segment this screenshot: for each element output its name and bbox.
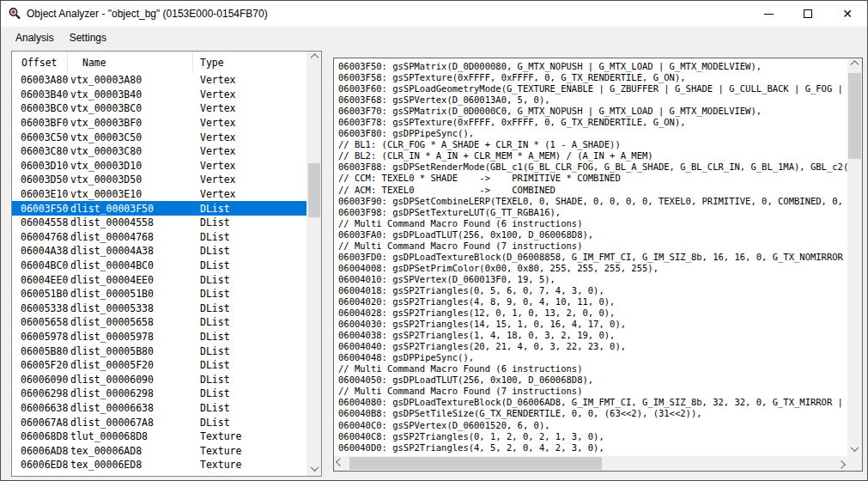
- table-cell: 06004EE0: [12, 274, 68, 286]
- scroll-up-button[interactable]: [847, 58, 862, 73]
- table-cell: 06003D10: [12, 160, 68, 172]
- maximize-button[interactable]: [788, 1, 828, 27]
- code-line: 06004030: gsSP2Triangles(14, 15, 1, 0, 1…: [338, 319, 847, 330]
- scroll-down-button[interactable]: [847, 441, 862, 456]
- code-line: 06004050: gsDPLoadTLUT(256, 0x100, D_060…: [338, 374, 847, 386]
- table-row[interactable]: 06006090dlist_00006090DList: [12, 372, 307, 387]
- code-line: 060040D0: gsSP2Triangles(4, 5, 2, 0, 4, …: [338, 442, 847, 454]
- table-row[interactable]: 06004BC0dlist_00004BC0DList: [12, 259, 307, 273]
- scrollbar-thumb[interactable]: [308, 163, 320, 217]
- minimize-icon: [764, 14, 774, 15]
- table-row[interactable]: 06003D10vtx_00003D10Vertex: [12, 159, 307, 174]
- table-row[interactable]: 06003F50dlist_00003F50DList: [12, 201, 307, 216]
- table-row[interactable]: 06003BC0vtx_00003BC0Vertex: [12, 101, 307, 116]
- code-line: 06003F80: gsDPPipeSync(),: [338, 128, 847, 139]
- code-line: 060040B8: gsDPSetTileSize(G_TX_RENDERTIL…: [338, 408, 847, 419]
- minimize-button[interactable]: [749, 1, 788, 27]
- table-cell: DList: [193, 374, 307, 386]
- table-cell: dlist_000051B0: [68, 288, 193, 300]
- table-row[interactable]: 060051B0dlist_000051B0DList: [12, 287, 307, 301]
- code-line: 06004010: gsSPVertex(D_060013F0, 19, 5),: [338, 274, 847, 285]
- menu-analysis[interactable]: Analysis: [8, 28, 62, 47]
- code-line: // Multi Command Macro Found (6 instruct…: [338, 218, 847, 229]
- table-row[interactable]: 06003C50vtx_00003C50Vertex: [12, 130, 307, 144]
- table-row[interactable]: 06003E10vtx_00003E10Vertex: [12, 187, 307, 202]
- main-area: Offset Name Type 06003A80vtx_00003A80Ver…: [1, 49, 867, 480]
- scrollbar-thumb[interactable]: [349, 457, 602, 470]
- table-row[interactable]: 06003A80vtx_00003A80Vertex: [12, 73, 307, 88]
- table-row[interactable]: 06006638dlist_00006638DList: [12, 401, 307, 416]
- table-cell: Vertex: [193, 88, 307, 100]
- menu-settings[interactable]: Settings: [62, 28, 114, 47]
- column-header-type[interactable]: Type: [193, 52, 321, 73]
- table-cell: DList: [193, 345, 307, 357]
- table-cell: Vertex: [193, 160, 307, 172]
- table-row[interactable]: 06006AD8tex_00006AD8Texture: [12, 443, 307, 458]
- table-cell: tlut_000068D8: [68, 430, 193, 442]
- table-cell: 06005F20: [12, 359, 68, 371]
- code-horizontal-scrollbar[interactable]: [334, 456, 847, 471]
- table-row[interactable]: 06005F20dlist_00005F20DList: [12, 358, 307, 373]
- chevron-right-icon: [837, 460, 846, 469]
- object-list-scrollbar[interactable]: [307, 52, 321, 476]
- table-cell: 06006298: [12, 387, 68, 399]
- table-row[interactable]: 06003D50vtx_00003D50Vertex: [12, 173, 307, 187]
- table-cell: dlist_00005B80: [68, 345, 193, 357]
- table-row[interactable]: 060067A8dlist_000067A8DList: [12, 415, 307, 429]
- scroll-down-button[interactable]: [307, 461, 322, 476]
- table-row[interactable]: 060068D8tlut_000068D8Texture: [12, 429, 307, 444]
- column-header-offset[interactable]: Offset: [12, 52, 68, 73]
- chevron-up-icon: [851, 60, 859, 69]
- code-line: 06003F70: gsSPMatrix(D_0D0000C0, G_MTX_N…: [338, 106, 847, 117]
- scrollbar-thumb[interactable]: [848, 73, 861, 159]
- table-cell: Vertex: [193, 74, 307, 86]
- table-cell: DList: [193, 331, 307, 343]
- code-line: 06004008: gsDPSetPrimColor(0x00, 0x80, 2…: [338, 263, 847, 274]
- close-button[interactable]: ✕: [828, 1, 867, 27]
- table-cell: dlist_00006090: [68, 374, 193, 386]
- table-row[interactable]: 06006298dlist_00006298DList: [12, 387, 307, 401]
- table-row[interactable]: 06004A38dlist_00004A38DList: [12, 244, 307, 259]
- table-cell: dlist_00005658: [68, 316, 193, 328]
- code-line: 06004040: gsSP2Triangles(20, 21, 4, 0, 3…: [338, 341, 847, 352]
- table-row[interactable]: 06003B40vtx_00003B40Vertex: [12, 88, 307, 102]
- table-row[interactable]: 06004EE0dlist_00004EE0DList: [12, 272, 307, 287]
- table-cell: 06004558: [12, 216, 68, 228]
- code-line: // BL1: (CLR_FOG * A_SHADE + CLR_IN * (1…: [338, 139, 847, 150]
- table-row[interactable]: 06004768dlist_00004768DList: [12, 230, 307, 245]
- table-row[interactable]: 06003C80vtx_00003C80Vertex: [12, 144, 307, 159]
- table-cell: DList: [193, 274, 307, 286]
- table-cell: 06005338: [12, 302, 68, 314]
- table-cell: 06003A80: [12, 74, 68, 86]
- object-list-body[interactable]: 06003A80vtx_00003A80Vertex06003B40vtx_00…: [12, 73, 307, 476]
- code-vertical-scrollbar[interactable]: [847, 58, 862, 456]
- scroll-right-button[interactable]: [833, 456, 847, 471]
- table-cell: dlist_00006638: [68, 402, 193, 414]
- scroll-up-button[interactable]: [307, 52, 322, 66]
- table-row[interactable]: 06006ED8tex_00006ED8Texture: [12, 458, 307, 472]
- dlist-code-view[interactable]: 06003F50: gsSPMatrix(D_0D000080, G_MTX_N…: [334, 58, 847, 456]
- table-cell: DList: [193, 359, 307, 371]
- table-cell: 06006638: [12, 402, 68, 414]
- table-cell: DList: [193, 288, 307, 300]
- table-cell: Texture: [193, 445, 307, 457]
- menu-bar: Analysis Settings: [1, 27, 867, 49]
- table-row[interactable]: 06005338dlist_00005338DList: [12, 301, 307, 316]
- table-cell: Vertex: [193, 117, 307, 129]
- table-cell: dlist_00005F20: [68, 359, 193, 371]
- table-cell: 06004BC0: [12, 259, 68, 271]
- scroll-left-button[interactable]: [334, 456, 349, 471]
- table-cell: DList: [193, 387, 307, 399]
- table-cell: 06003C50: [12, 131, 68, 143]
- object-list-header: Offset Name Type: [12, 52, 321, 73]
- column-header-name[interactable]: Name: [68, 52, 193, 73]
- table-row[interactable]: 06005B80dlist_00005B80DList: [12, 344, 307, 358]
- table-row[interactable]: 06005978dlist_00005978DList: [12, 330, 307, 344]
- table-cell: DList: [193, 402, 307, 414]
- table-row[interactable]: 06003BF0vtx_00003BF0Vertex: [12, 116, 307, 131]
- table-row[interactable]: 06004558dlist_00004558DList: [12, 216, 307, 230]
- table-cell: dlist_00004EE0: [68, 274, 193, 286]
- scrollbar-corner: [847, 456, 862, 471]
- table-row[interactable]: 06005658dlist_00005658DList: [12, 315, 307, 330]
- table-cell: 06004768: [12, 231, 68, 243]
